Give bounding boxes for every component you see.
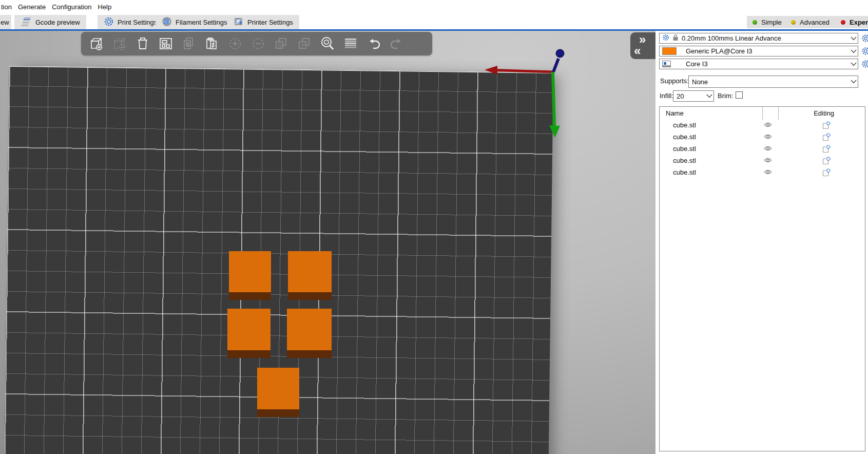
- lock-icon: [672, 34, 679, 43]
- filament-settings-gear-button[interactable]: [861, 46, 868, 56]
- model-cube-1[interactable]: [229, 251, 271, 300]
- gear-icon: [662, 34, 669, 43]
- eye-visibility-icon[interactable]: [764, 157, 772, 165]
- chevron-down-icon: [850, 59, 858, 69]
- chevron-down-icon: [850, 33, 858, 43]
- svg-text:O: O: [278, 43, 282, 48]
- brim-checkbox[interactable]: [736, 91, 743, 99]
- chevron-down-icon: [850, 46, 858, 56]
- object-list: Name Editing cube.stl cube.stl cube.stl: [659, 106, 865, 451]
- print-settings-gear-button[interactable]: [861, 33, 868, 44]
- copy-button[interactable]: [180, 34, 198, 53]
- chevron-left-icon: «: [634, 45, 641, 57]
- search-button[interactable]: [318, 34, 337, 53]
- column-header-editing: Editing: [782, 109, 866, 117]
- infill-label: Infill:: [660, 92, 673, 100]
- printer-preset-value: Core I3: [686, 60, 850, 68]
- object-row[interactable]: cube.stl: [660, 120, 865, 131]
- expert-mode-dot-icon: [841, 20, 845, 25]
- layers-stack-icon: [21, 16, 32, 29]
- redo-button[interactable]: [388, 34, 406, 53]
- eye-visibility-icon[interactable]: [764, 145, 772, 153]
- split-to-objects-button[interactable]: O: [272, 34, 291, 53]
- remove-instance-button[interactable]: [249, 34, 267, 53]
- menu-item-help[interactable]: Help: [95, 0, 115, 14]
- filament-spool-icon: [162, 16, 172, 28]
- undo-button[interactable]: [364, 34, 383, 53]
- slicer-window: tion Generate Configuration Help ew: [0, 0, 868, 454]
- add-instance-button[interactable]: [226, 34, 244, 53]
- split-to-parts-button[interactable]: P: [295, 34, 314, 53]
- infill-select[interactable]: 20: [673, 90, 714, 102]
- object-row[interactable]: cube.stl: [660, 131, 865, 143]
- simple-mode-dot-icon: [753, 20, 757, 25]
- z-axis-ball-icon: [556, 49, 564, 58]
- eye-visibility-icon[interactable]: [764, 134, 772, 141]
- printer-icon: [662, 61, 671, 67]
- print-gear-icon: [104, 16, 114, 28]
- model-cube-5[interactable]: [257, 368, 299, 417]
- 3d-viewport[interactable]: O P: [0, 31, 655, 454]
- tab-bar: ew Gcode preview: [0, 14, 868, 29]
- mode-button-simple[interactable]: Simple: [747, 16, 787, 28]
- filament-color-swatch: [662, 47, 677, 55]
- filament-preset-select[interactable]: Generic PLA@Core I3: [659, 46, 858, 56]
- printer-gear-icon: [234, 16, 244, 28]
- supports-label: Supports:: [660, 77, 689, 85]
- advanced-mode-dot-icon: [791, 20, 796, 25]
- mode-button-expert[interactable]: Expert: [835, 16, 868, 28]
- brim-label: Brim:: [718, 92, 733, 100]
- remove-object-button[interactable]: [110, 34, 129, 53]
- tab-gcode-preview[interactable]: Gcode preview: [14, 15, 86, 29]
- model-cube-2[interactable]: [288, 251, 332, 300]
- object-row[interactable]: cube.stl: [660, 143, 865, 155]
- printer-preset-select[interactable]: Core I3: [659, 59, 858, 69]
- eye-visibility-icon[interactable]: [764, 169, 772, 177]
- viewport-toolbar: O P: [81, 32, 432, 55]
- mode-button-advanced[interactable]: Advanced: [785, 16, 835, 28]
- model-cube-3[interactable]: [227, 309, 271, 358]
- chevron-down-icon: [705, 91, 713, 101]
- edit-object-icon[interactable]: [822, 157, 831, 166]
- menu-item-configuration[interactable]: Configuration: [49, 0, 94, 14]
- filament-preset-value: Generic PLA@Core I3: [686, 47, 850, 55]
- model-cube-4[interactable]: [287, 309, 332, 358]
- print-preset-select[interactable]: 0.20mm 100mms Linear Advance: [659, 33, 858, 44]
- tab-print-settings[interactable]: Print Settings: [98, 15, 163, 29]
- settings-panel: 0.20mm 100mms Linear Advance Generic PLA…: [655, 31, 868, 454]
- svg-text:P: P: [302, 43, 305, 48]
- edit-object-icon[interactable]: [822, 133, 831, 143]
- edit-object-icon[interactable]: [822, 145, 831, 155]
- tab-3d-view-partial[interactable]: ew: [0, 15, 11, 29]
- add-object-button[interactable]: [87, 34, 106, 53]
- arrange-button[interactable]: [157, 34, 175, 53]
- tab-filament-settings[interactable]: Filament Settings: [156, 15, 233, 29]
- delete-all-button[interactable]: [133, 34, 152, 53]
- object-list-header: Name Editing: [660, 107, 865, 120]
- object-row[interactable]: cube.stl: [660, 167, 865, 179]
- eye-visibility-icon[interactable]: [764, 122, 772, 129]
- edit-object-icon[interactable]: [822, 121, 831, 131]
- supports-select[interactable]: None: [688, 75, 858, 88]
- collapse-sidebar-button[interactable]: » «: [630, 32, 655, 59]
- print-preset-value: 0.20mm 100mms Linear Advance: [682, 34, 850, 42]
- menu-item-generate[interactable]: Generate: [15, 0, 49, 14]
- layer-height-button[interactable]: [341, 34, 360, 53]
- menu-item-partial[interactable]: tion: [0, 0, 15, 14]
- paste-button[interactable]: [203, 34, 221, 53]
- menu-bar: tion Generate Configuration Help: [0, 0, 868, 14]
- edit-object-icon[interactable]: [822, 168, 831, 178]
- tab-printer-settings[interactable]: Printer Settings: [227, 15, 299, 29]
- chevron-down-icon: [850, 76, 858, 87]
- printer-settings-gear-button[interactable]: [861, 59, 868, 69]
- object-row[interactable]: cube.stl: [660, 155, 865, 167]
- column-header-name: Name: [666, 109, 684, 117]
